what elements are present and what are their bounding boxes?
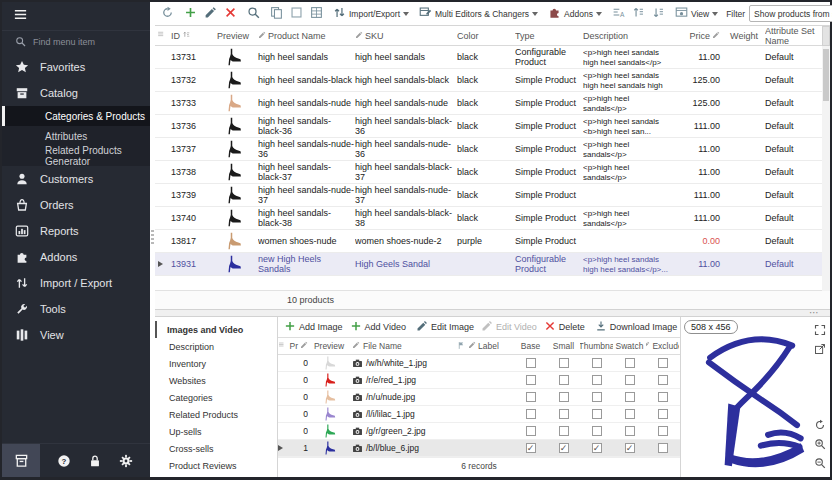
addons-menu[interactable]: Addons [545,4,605,24]
menu-search-input[interactable] [33,37,133,47]
column-header-flag[interactable] [454,341,468,352]
sidebar-subitem-categories-products[interactable]: Categories & Products [2,106,150,126]
checkbox[interactable] [625,392,635,402]
add-video-button[interactable]: Add Video [347,317,409,337]
sidebar-bottom-lock[interactable] [88,454,102,468]
column-header-preview[interactable]: Preview [208,31,258,41]
zoom-out-icon[interactable] [814,455,826,473]
tab-categories[interactable]: Categories [155,389,277,406]
add-image-button[interactable]: Add Image [281,317,346,337]
image-row[interactable]: 0/w/h/white_1.jpg [278,355,680,372]
checkbox[interactable] [526,392,536,402]
column-header-weight[interactable]: Weight [723,31,765,41]
sort-az-button[interactable]: A [609,4,628,24]
zoom-in-icon[interactable] [814,436,826,454]
product-row-13732[interactable]: 13732high heel sandals-blackhigh heel sa… [155,69,830,92]
scrollbar-corner[interactable] [822,26,830,46]
image-row[interactable]: 0/g/r/green_2.jpg [278,423,680,440]
sidebar-item-addons[interactable]: Addons [2,244,150,270]
column-header-thumbnail[interactable]: Thumbna [580,341,613,351]
checkbox-mode-button[interactable] [287,4,306,24]
tab-cross-sells[interactable]: Cross-sells [155,440,277,457]
checkbox[interactable] [526,358,536,368]
checkbox[interactable]: ✓ [526,443,536,453]
checkbox[interactable] [592,409,602,419]
product-row-13740[interactable]: 13740high heel sandals-black-38high heel… [155,207,830,230]
checkbox[interactable] [526,375,536,385]
rotate-icon[interactable] [814,417,826,435]
sidebar-item-view[interactable]: View [2,322,150,348]
checkbox[interactable] [559,375,569,385]
column-header-file-name[interactable]: File Name [350,341,454,351]
fullscreen-icon[interactable] [814,322,826,340]
edit-image-button[interactable]: Edit Image [413,317,477,337]
import-export-menu[interactable]: Import/Export [330,4,412,24]
hamburger-button[interactable] [2,2,150,30]
column-header-type[interactable]: Type [515,31,583,41]
product-row-13738[interactable]: 13738high heel sandals-black-37high heel… [155,161,830,184]
checkbox[interactable] [658,375,668,385]
sidebar-subitem-related-products-generator[interactable]: Related Products Generator [2,146,150,166]
image-row[interactable]: 0/l/i/lilac_1.jpg [278,406,680,423]
product-row-13739[interactable]: 13739high heel sandals-nude-37high heel … [155,184,830,207]
checkbox[interactable] [625,426,635,436]
column-header-price[interactable]: Price [675,31,723,41]
checkbox[interactable] [526,426,536,436]
sidebar-subitem-attributes[interactable]: Attributes [2,126,150,146]
column-header-description[interactable]: Description [583,31,675,41]
tab-images-and-video[interactable]: Images and Video [155,321,277,338]
checkbox[interactable] [625,358,635,368]
sidebar-item-orders[interactable]: Orders [2,192,150,218]
checkbox[interactable] [658,358,668,368]
product-row-13817[interactable]: 13817women shoes-nudewomen shoes-nude-2p… [155,230,830,253]
image-row[interactable]: 0/n/u/nude.jpg [278,389,680,406]
checkbox[interactable] [658,409,668,419]
filter-dropdown[interactable]: Show products from selected categories [749,5,832,22]
tab-related-products[interactable]: Related Products [155,406,277,423]
view-menu[interactable]: View [672,4,721,24]
checkbox[interactable]: ✓ [625,443,635,453]
tab-up-sells[interactable]: Up-sells [155,423,277,440]
product-row-13931[interactable]: 13931new High Heels SandalsHigh Geels Sa… [155,253,830,276]
column-header-id[interactable]: ID [168,30,208,41]
sidebar-item-favorites[interactable]: Favorites [2,54,150,80]
checkbox[interactable] [592,392,602,402]
checkbox[interactable] [625,375,635,385]
column-header-swatch[interactable]: Swatch [613,341,646,351]
column-header-sku[interactable]: SKU [355,31,457,41]
checkbox[interactable]: ✓ [559,443,569,453]
checkbox[interactable] [658,426,668,436]
scrollbar-thumb[interactable] [823,49,829,101]
column-header-small[interactable]: Small [547,341,580,351]
add-product-button[interactable] [181,4,200,24]
checkbox[interactable] [592,358,602,368]
column-header-pr[interactable]: Pr [286,341,308,351]
checkbox[interactable] [559,358,569,368]
checkbox[interactable] [592,375,602,385]
sidebar-item-reports[interactable]: Reports [2,218,150,244]
download-image-button[interactable]: Download Image [592,317,681,337]
column-header-exclude[interactable]: Exclude [646,341,679,351]
delete-product-button[interactable] [221,4,240,24]
refresh-button[interactable] [158,4,177,24]
delete-image-button[interactable]: Delete [541,317,588,337]
horizontal-splitter[interactable]: ⋯ [155,309,830,317]
column-down-button[interactable] [649,4,668,24]
column-header-img-preview[interactable]: Preview [308,341,350,351]
edit-product-button[interactable] [201,4,220,24]
checkbox[interactable] [559,426,569,436]
checkbox[interactable] [658,392,668,402]
tab-websites[interactable]: Websites [155,372,277,389]
checkbox[interactable] [625,409,635,419]
image-row[interactable]: 0/r/e/red_1.jpg [278,372,680,389]
column-header-base[interactable]: Base [514,341,547,351]
product-row-13733[interactable]: 13733high heel sandals-nudehigh heel san… [155,92,830,115]
product-row-13737[interactable]: 13737high heel sandals-nude-36high heel … [155,138,830,161]
checkbox[interactable] [526,409,536,419]
sidebar-bottom-help[interactable]: ? [57,454,71,468]
sidebar-bottom-settings[interactable] [119,454,133,468]
checkbox[interactable] [658,443,668,453]
column-header-label[interactable]: Label [468,341,514,351]
sidebar-item-customers[interactable]: Customers [2,166,150,192]
search-button[interactable] [244,4,263,24]
